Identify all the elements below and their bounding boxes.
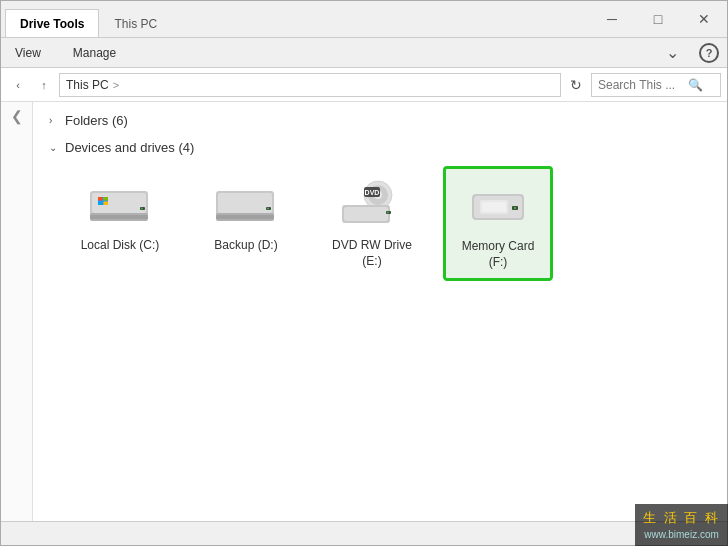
close-icon: ✕ <box>698 11 710 27</box>
window-controls: ─ □ ✕ <box>589 1 727 37</box>
ribbon-view[interactable]: View <box>9 44 47 62</box>
svg-text:DVD: DVD <box>365 189 380 196</box>
tab-drive-tools[interactable]: Drive Tools <box>5 9 99 37</box>
svg-rect-24 <box>344 207 388 221</box>
close-button[interactable]: ✕ <box>681 1 727 38</box>
address-path[interactable]: This PC > <box>59 73 561 97</box>
dvd-svg-e: DVD <box>336 177 408 233</box>
drive-icon-f <box>462 177 534 235</box>
svg-point-26 <box>387 212 389 214</box>
svg-rect-5 <box>98 197 103 201</box>
folders-section: › Folders (6) <box>49 110 711 131</box>
svg-rect-8 <box>104 202 109 206</box>
help-button[interactable]: ? <box>699 43 719 63</box>
devices-section: ⌄ Devices and drives (4) <box>49 137 711 289</box>
drive-label-f: Memory Card (F:) <box>454 239 542 270</box>
left-panel: ❮ <box>1 102 33 521</box>
drive-icon-c <box>84 176 156 234</box>
maximize-icon: □ <box>654 11 662 27</box>
drive-backup-d[interactable]: Backup (D:) <box>191 166 301 281</box>
svg-rect-14 <box>218 193 272 213</box>
refresh-button[interactable]: ↻ <box>565 74 587 96</box>
drive-icon-e: DVD <box>336 176 408 234</box>
drive-dvd-e[interactable]: DVD DVD RW Drive (E:) <box>317 166 427 281</box>
main-layout: ❮ › Folders (6) ⌄ Devices and drives (4) <box>1 102 727 521</box>
address-path-label: This PC <box>66 78 109 92</box>
drive-label-e: DVD RW Drive (E:) <box>327 238 417 269</box>
minimize-button[interactable]: ─ <box>589 1 635 38</box>
devices-label: Devices and drives (4) <box>65 140 194 155</box>
svg-rect-13 <box>216 215 274 219</box>
svg-point-32 <box>514 207 516 209</box>
drive-icon-d <box>210 176 282 234</box>
title-tabs: Drive Tools This PC <box>1 1 589 37</box>
title-bar: Drive Tools This PC ─ □ ✕ <box>1 1 727 38</box>
folders-label: Folders (6) <box>65 113 128 128</box>
svg-point-16 <box>267 208 269 210</box>
drive-label-c: Local Disk (C:) <box>81 238 160 254</box>
svg-point-10 <box>141 208 143 210</box>
search-box: 🔍 <box>591 73 721 97</box>
svg-rect-2 <box>90 215 148 219</box>
maximize-button[interactable]: □ <box>635 1 681 38</box>
folders-arrow-icon: › <box>49 115 61 126</box>
collapse-tree-button[interactable]: ❮ <box>11 108 23 124</box>
svg-rect-7 <box>98 202 103 206</box>
search-input[interactable] <box>598 78 688 92</box>
tab-drive-tools-label: Drive Tools <box>20 17 84 31</box>
svg-rect-6 <box>104 197 109 201</box>
content-panel: › Folders (6) ⌄ Devices and drives (4) <box>33 102 727 521</box>
hdd-svg-c <box>84 177 156 233</box>
drive-local-disk-c[interactable]: Local Disk (C:) <box>65 166 175 281</box>
folders-header[interactable]: › Folders (6) <box>49 110 711 131</box>
tab-this-pc[interactable]: This PC <box>99 9 172 37</box>
drives-grid: Local Disk (C:) Backup ( <box>65 158 711 289</box>
minimize-icon: ─ <box>607 11 617 27</box>
status-bar <box>1 521 727 546</box>
hdd-svg-d <box>210 177 282 233</box>
devices-header[interactable]: ⌄ Devices and drives (4) <box>49 137 711 158</box>
search-icon[interactable]: 🔍 <box>688 78 703 92</box>
ribbon: View Manage ⌄ ? <box>1 38 727 68</box>
memcard-svg-f <box>462 178 534 234</box>
tab-this-pc-label: This PC <box>114 17 157 31</box>
drive-label-d: Backup (D:) <box>214 238 277 254</box>
address-chevron-icon: > <box>113 79 119 91</box>
ribbon-collapse-button[interactable]: ⌄ <box>666 43 679 62</box>
nav-up-button[interactable]: ↑ <box>33 74 55 96</box>
drive-memory-card-f[interactable]: Memory Card (F:) <box>443 166 553 281</box>
address-bar: ‹ ↑ This PC > ↻ 🔍 <box>1 68 727 102</box>
devices-arrow-icon: ⌄ <box>49 142 61 153</box>
ribbon-manage[interactable]: Manage <box>67 44 122 62</box>
svg-rect-30 <box>482 202 506 212</box>
nav-back-button[interactable]: ‹ <box>7 74 29 96</box>
